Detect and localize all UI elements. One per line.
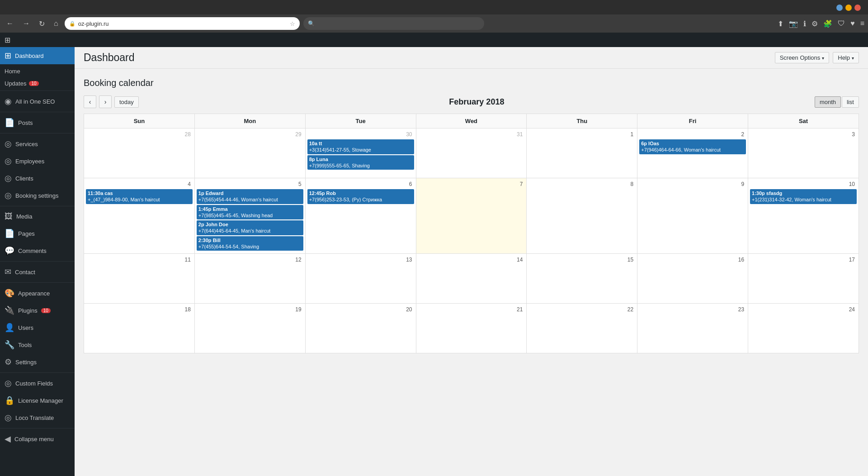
calendar-event[interactable]: 1:30p sfasdg+1(231)314-32-42, Woman's ha… <box>750 189 857 204</box>
sidebar-item-plugins[interactable]: 🔌 Plugins 10 <box>0 302 75 319</box>
info-icon[interactable]: ℹ <box>803 19 806 28</box>
help-button[interactable]: Help▾ <box>833 52 859 63</box>
calendar-controls: ‹ › today February 2018 month list <box>84 95 859 108</box>
sidebar-item-collapse[interactable]: ◀ Collapse menu <box>0 430 75 447</box>
calendar-day-cell: 13 <box>305 254 416 304</box>
sidebar-item-custom-fields[interactable]: ◎ Custom Fields <box>0 375 75 392</box>
sidebar-updates[interactable]: Updates 10 <box>0 78 75 89</box>
calendar-event[interactable]: 12:45p Rob+7(956)253-23-53, (Ру) Стрижка <box>307 189 414 204</box>
home-button[interactable]: ⌂ <box>51 19 61 29</box>
sidebar-item-label: License Manager <box>18 397 63 404</box>
calendar-event[interactable]: 1p Edward+7(565)454-44-46, Woman's hairc… <box>197 189 303 204</box>
wp-logo[interactable]: ⊞ <box>5 36 10 44</box>
calendar-event[interactable]: 2:30p Bill+7(455)644-54-54, Shaving <box>197 236 303 251</box>
sidebar-item-tools[interactable]: 🔧 Tools <box>0 336 75 353</box>
month-view-button[interactable]: month <box>815 96 841 108</box>
wp-layout: ⊞ Dashboard Home Updates 10 ◉ All in One… <box>0 47 868 476</box>
sidebar-item-comments[interactable]: 💬 Comments <box>0 242 75 259</box>
wp-admin-bar: ⊞ <box>0 33 868 47</box>
today-button[interactable]: today <box>114 96 139 108</box>
content-header: Dashboard Screen Options▾ Help▾ <box>75 47 868 69</box>
calendar-event[interactable]: 10a tt+3(314)541-27-55, Stowage <box>307 139 414 154</box>
address-bar[interactable]: 🔒 oz-plugin.ru ☆ <box>65 17 300 30</box>
sidebar-item-clients[interactable]: ◎ Clients <box>0 170 75 187</box>
plugins-icon: 🔌 <box>5 305 14 315</box>
custom-fields-icon: ◎ <box>5 378 12 388</box>
bookmark-icon[interactable]: ☆ <box>290 20 295 27</box>
media-icon: 🖼 <box>5 212 13 221</box>
shield-icon[interactable]: 🛡 <box>838 19 845 28</box>
sidebar-item-services[interactable]: ◎ Services <box>0 135 75 152</box>
upload-icon[interactable]: ⬆ <box>778 19 783 28</box>
calendar-day-cell: 29 <box>194 129 305 178</box>
calendar-event[interactable]: 6p IOas+7(946)464-64-66, Woman's haircut <box>639 139 746 154</box>
dot-blue <box>836 5 843 11</box>
sidebar-item-label: Users <box>18 324 33 331</box>
calendar-event[interactable]: 2p John Doe+7(644)445-64-45, Man's hairc… <box>197 220 303 235</box>
calendar-day-cell: 9 <box>637 178 748 254</box>
calendar-table: Sun Mon Tue Wed Thu Fri Sat 28293010a tt… <box>84 114 859 353</box>
sidebar-item-license-manager[interactable]: 🔒 License Manager <box>0 392 75 409</box>
divider-3 <box>0 133 75 133</box>
sidebar-item-booking-settings[interactable]: ◎ Booking settings <box>0 187 75 204</box>
day-number: 6 <box>307 180 414 188</box>
contact-icon: ✉ <box>5 267 11 277</box>
calendar-day-cell: 101:30p sfasdg+1(231)314-32-42, Woman's … <box>748 178 859 254</box>
calendar-header: Sun Mon Tue Wed Thu Fri Sat <box>84 114 859 129</box>
forward-button[interactable]: → <box>20 19 33 29</box>
day-number: 13 <box>307 256 414 264</box>
search-bar[interactable]: 🔍 <box>303 17 484 30</box>
month-year-title: February 2018 <box>449 97 504 107</box>
day-number: 18 <box>86 305 193 314</box>
day-number: 17 <box>750 256 857 264</box>
day-number: 9 <box>639 180 746 188</box>
sidebar-item-allinoneseo[interactable]: ◉ All in One SEO <box>0 93 75 110</box>
extension-icon[interactable]: 🧩 <box>823 19 832 28</box>
day-number: 15 <box>528 256 635 264</box>
menu-icon[interactable]: ≡ <box>860 19 864 28</box>
sidebar-item-label: Settings <box>15 359 37 366</box>
col-thu: Thu <box>527 114 637 129</box>
sidebar-item-media[interactable]: 🖼 Media <box>0 208 75 225</box>
updates-label: Updates <box>5 80 26 87</box>
cal-nav: ‹ › today <box>84 95 139 108</box>
day-number: 7 <box>418 180 525 188</box>
calendar-event[interactable]: 1:45p Emma+7(985)445-45-45, Washing head <box>197 205 303 220</box>
sidebar-item-contact[interactable]: ✉ Contact <box>0 263 75 281</box>
heart-icon[interactable]: ♥ <box>850 19 855 28</box>
day-number: 30 <box>307 130 414 138</box>
sidebar-item-employees[interactable]: ◎ Employees <box>0 152 75 170</box>
calendar-event[interactable]: 8p Luna+7(999)555-65-65, Shaving <box>307 155 414 170</box>
reload-button[interactable]: ↻ <box>36 19 47 29</box>
col-mon: Mon <box>194 114 305 129</box>
sidebar-item-posts[interactable]: 📄 Posts <box>0 114 75 131</box>
calendar-header-row: Sun Mon Tue Wed Thu Fri Sat <box>84 114 859 129</box>
sidebar-item-loco-translate[interactable]: ◎ Loco Translate <box>0 409 75 426</box>
list-view-button[interactable]: list <box>842 96 859 108</box>
screen-options-button[interactable]: Screen Options▾ <box>775 52 830 63</box>
camera-icon[interactable]: 📷 <box>789 19 798 28</box>
back-button[interactable]: ← <box>4 19 16 29</box>
divider-4 <box>0 206 75 206</box>
sidebar-item-label: Pages <box>18 230 35 237</box>
next-month-button[interactable]: › <box>99 95 112 108</box>
booking-calendar-title: Booking calendar <box>84 78 859 88</box>
browser-chrome: ← → ↻ ⌂ 🔒 oz-plugin.ru ☆ 🔍 ⬆ 📷 ℹ ⚙ 🧩 🛡 ♥… <box>0 0 868 33</box>
sidebar-item-appearance[interactable]: 🎨 Appearance <box>0 285 75 302</box>
settings-icon[interactable]: ⚙ <box>811 19 818 28</box>
calendar-event[interactable]: 11:30a cas+_(47_)984-89-00, Man's haircu… <box>86 189 193 204</box>
pages-icon: 📄 <box>5 228 14 238</box>
prev-month-button[interactable]: ‹ <box>84 95 96 108</box>
day-number: 22 <box>528 305 635 314</box>
calendar-day-cell: 24 <box>748 304 859 353</box>
calendar-day-cell: 26p IOas+7(946)464-64-66, Woman's haircu… <box>637 129 748 178</box>
sidebar-item-label: Plugins <box>18 307 38 314</box>
calendar-week-row: 18192021222324 <box>84 304 859 353</box>
sidebar-item-pages[interactable]: 📄 Pages <box>0 225 75 242</box>
sidebar-item-dashboard[interactable]: ⊞ Dashboard <box>0 47 75 64</box>
toolbar-icons: ⬆ 📷 ℹ ⚙ 🧩 🛡 ♥ ≡ <box>778 19 864 28</box>
calendar-day-cell: 8 <box>527 178 637 254</box>
sidebar-item-settings[interactable]: ⚙ Settings <box>0 353 75 371</box>
main-content: Dashboard Screen Options▾ Help▾ Booking … <box>75 47 868 476</box>
sidebar-item-users[interactable]: 👤 Users <box>0 319 75 336</box>
